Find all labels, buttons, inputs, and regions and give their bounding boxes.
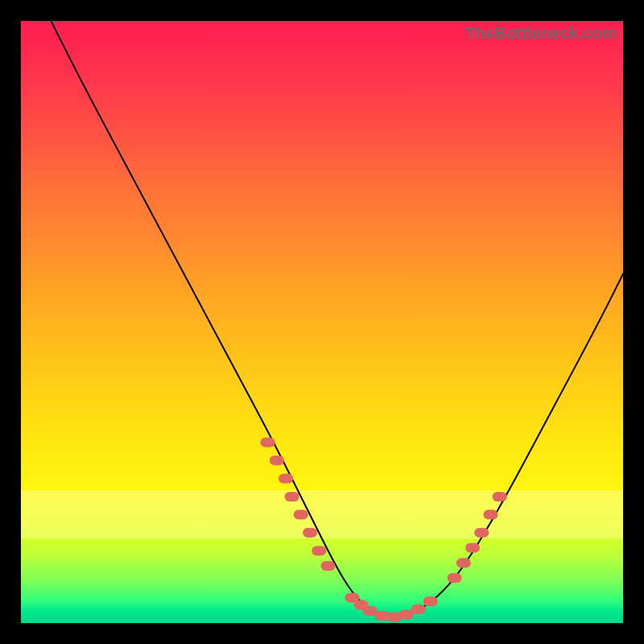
data-marker [261,438,275,448]
data-marker [320,561,335,571]
data-marker [411,605,426,614]
data-marker [270,456,284,465]
data-marker [456,558,471,568]
data-marker [399,610,414,620]
data-marker [285,492,299,502]
data-marker [303,528,317,538]
data-marker [448,573,462,583]
data-marker [474,528,489,538]
marker-group [261,438,507,622]
data-marker [294,510,308,519]
data-marker [465,543,480,553]
data-marker [423,597,438,606]
data-marker [279,473,293,483]
data-marker [312,546,326,555]
chart-frame: TheBottleneck.com [21,21,623,623]
chart-svg [21,21,623,623]
data-marker [493,492,507,502]
data-marker [483,510,497,519]
bottleneck-curve [45,9,623,616]
watermark-label: TheBottleneck.com [465,24,617,43]
